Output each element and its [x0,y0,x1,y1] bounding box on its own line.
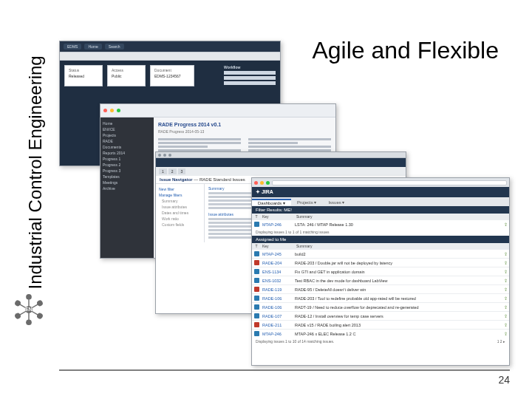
issue-summary: build2 [295,252,502,256]
footer-rule [59,369,510,371]
s3-tabrow: 123 [156,167,406,176]
s4-menu: Dashboards ▾ Projects ▾ Issues ▾ [252,197,509,206]
issue-type-icon [252,287,261,293]
svg-point-5 [14,312,21,319]
issue-type-icon [252,322,261,328]
issue-row: RADE-211RADE v15 / RADE boiling alert 20… [252,320,509,329]
s4-jira-bar: ✦ JIRA [252,187,509,197]
wiki-side-item: Progress 2 [103,162,151,168]
issue-key: MTAP-246 [261,332,295,336]
edms-right: Workflow [224,65,276,86]
s3-filter-item: Dates and times [159,210,201,216]
issue-type-icon [252,260,261,266]
s4-urlbar [272,180,507,185]
svg-point-3 [36,312,44,319]
issue-row: RADE-106RADT-19 / Need to reduce overflo… [252,302,509,311]
issue-status-icon: ⇪ [502,251,509,256]
issue-key: RADE-106 [261,296,295,301]
issue-key: RADE-106 [261,305,295,310]
wiki-side-item: EN/ICE [103,126,151,132]
issue-summary: RADE-203 / Tool to redefine probable old… [295,296,502,301]
issue-row: MTAP-246LSTA: 246 / MTAP Release 1.30⇪ [252,219,509,228]
issue-key: RADE-119 [261,287,295,292]
panel1-cols: TKeySummary [252,214,509,219]
edms-card-2: DocumentEDMS-1234567 [150,65,194,86]
s3-titlebar [156,152,406,158]
wiki-titlebar [100,104,335,117]
wiki-side-item: Archive [103,185,151,191]
issue-key: MTAP-246 [261,222,295,227]
wiki-side-item: RADE [103,138,151,144]
wiki-side-item: Home [103,120,151,126]
jira-logo: ✦ JIRA [256,189,273,195]
wiki-side-item: Progress 3 [103,168,151,174]
issue-summary: LSTA: 246 / MTAP Release 1.30 [295,222,502,227]
issue-status-icon: ⇪ [502,313,509,318]
issue-summary: Fix GTI and GET in application domain [295,270,502,274]
issue-row: RADE-204RADE-203 / Double.jar will not b… [252,258,509,267]
wiki-side-item: Documents [103,144,151,150]
side-label: Industrial Control Engineering [25,42,46,290]
wiki-sidebar: HomeEN/ICEProjectsRADEDocumentsReports 2… [100,117,154,258]
issue-key: RADE-204 [261,261,295,265]
issue-status-icon: ⇪ [502,331,509,336]
issue-key: MTAP-245 [261,252,295,256]
issue-type-icon [252,251,261,257]
wiki-side-item: Progress 1 [103,156,151,162]
svg-point-6 [14,299,21,307]
issue-type-icon [252,304,261,310]
issue-row: MTAP-245build2⇪ [252,249,509,258]
wiki-title: RADE Progress 2014 v0.1 [158,122,331,127]
issue-summary: RADT-19 / Need to reduce overflow for de… [295,305,502,310]
issue-row: MTAP-246MTAP-246 x ELEC Release 1.2 C⇪ [252,329,509,338]
wiki-crumb: RADE Progress 2014-05-13 [158,129,331,134]
edms-card-0: StatusReleased [64,65,103,86]
menu-issues: Issues ▾ [322,200,350,205]
wiki-side-item: Templates [103,174,151,180]
edms-card-1: AccessPublic [107,65,146,86]
issue-status-icon: ⇪ [502,296,509,301]
issue-status-icon: ⇪ [502,278,509,283]
issue-status-icon: ⇪ [502,269,509,274]
issue-summary: RADE-203 / Double.jar will not be deploy… [295,261,502,265]
issue-key: ENS-1032 [261,279,295,283]
issue-type-icon [252,222,261,228]
svg-text:EN: EN [25,307,32,312]
issue-row: ENS-1134Fix GTI and GET in application d… [252,267,509,276]
issue-key: RADE-107 [261,314,295,318]
panel1-header: Filter Results: ME! [252,206,509,214]
issue-row: RADE-119RADE-95 / DeleteAll doesn't deli… [252,284,509,293]
panel1-footer: Displaying issues 1 to 1 of 1 matching i… [252,228,509,236]
svg-point-2 [36,299,44,307]
issue-type-icon [252,278,261,284]
issue-summary: RADE v15 / RADE boiling alert 2013 [295,323,502,327]
s3-filter-item: Summary [159,198,201,204]
s3-filter-item: Issue attributes [159,204,201,210]
s3-filter-item: New filter [159,186,201,192]
issue-row: RADE-107RADE-12 / Install overview for t… [252,311,509,320]
issue-summary: RADE-95 / DeleteAll doesn't deliver win [295,287,502,292]
menu-dashboards: Dashboards ▾ [252,199,291,205]
issue-row: ENS-1032Test RBAC in the dev mode for da… [252,276,509,284]
s3-filter-item: Work ratio [159,216,201,222]
encice-logo: EN [11,292,47,327]
slide: Industrial Control Engineering EN Agile … [0,0,532,399]
issue-key: RADE-211 [261,323,295,327]
edms-toolbar [60,52,280,61]
s3-filter-side: New filterManage filtersSummaryIssue att… [156,184,205,242]
issue-type-icon [252,269,261,275]
panel2-header: Assigned to Me [252,236,509,243]
edms-tab-1: Search [105,44,124,50]
screenshot-stack: EDMS Home Search StatusReleased AccessPu… [59,41,502,358]
issue-type-icon [252,296,261,301]
panel2-footer: Displaying issues 1 to 10 of 14 matching… [252,338,509,345]
edms-tabs: EDMS Home Search [60,41,280,52]
s4-chrome [252,178,509,187]
panel2-cols: TKeySummary [252,243,509,249]
issue-status-icon: ⇪ [502,322,509,327]
s3-filter-item: Manage filters [159,192,201,198]
issue-status-icon: ⇪ [502,304,509,310]
issue-row: RADE-106RADE-203 / Tool to redefine prob… [252,293,509,302]
edms-app: EDMS [64,44,81,50]
issue-summary: Test RBAC in the dev mode for dashboard … [295,279,502,283]
